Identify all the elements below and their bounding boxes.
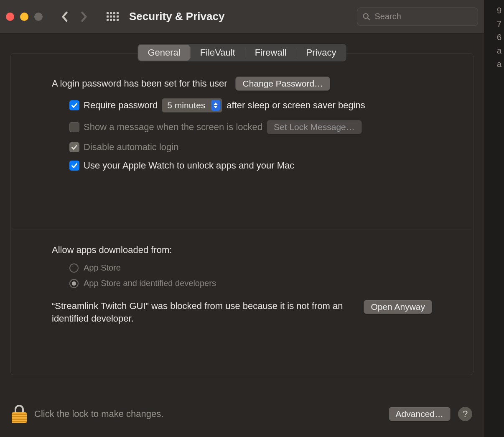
- close-window-button[interactable]: [6, 13, 14, 21]
- disable-auto-login-checkbox: [69, 142, 79, 152]
- divider: [13, 230, 471, 230]
- tab-bar: General FileVault Firewall Privacy: [137, 44, 346, 61]
- nav-arrows: [57, 8, 92, 26]
- require-password-delay-select[interactable]: 5 minutes: [162, 98, 222, 112]
- apple-watch-unlock-label: Use your Apple Watch to unlock apps and …: [84, 160, 294, 171]
- login-password-set-text: A login password has been set for this u…: [52, 78, 227, 89]
- tab-privacy[interactable]: Privacy: [297, 45, 345, 61]
- search-input[interactable]: [375, 12, 473, 21]
- search-icon: [362, 12, 371, 21]
- zoom-window-button: [34, 13, 43, 21]
- background-window-strip: 9 7 6 a a: [484, 0, 504, 437]
- svg-line-1: [367, 18, 369, 20]
- checkmark-icon: [71, 143, 78, 151]
- radio-app-store: [69, 263, 79, 273]
- lock-body-icon: [12, 412, 27, 423]
- tab-firewall[interactable]: Firewall: [246, 45, 296, 61]
- lock-message-label: Show a message when the screen is locked: [84, 122, 262, 133]
- lock-hint-text: Click the lock to make changes.: [34, 409, 163, 419]
- footer: Click the lock to make changes. Advanced…: [0, 391, 484, 437]
- advanced-button[interactable]: Advanced…: [389, 407, 451, 421]
- require-password-delay-value: 5 minutes: [167, 100, 205, 110]
- lock-button[interactable]: [12, 405, 27, 423]
- search-field[interactable]: [357, 8, 478, 26]
- forward-button: [76, 8, 92, 26]
- tab-filevault[interactable]: FileVault: [191, 45, 244, 61]
- help-button[interactable]: ?: [458, 407, 472, 421]
- radio-app-store-label: App Store: [84, 263, 121, 273]
- window-controls: [6, 13, 43, 21]
- checkmark-icon: [71, 162, 78, 169]
- tab-general[interactable]: General: [138, 45, 189, 61]
- content-area: General FileVault Firewall Privacy A log…: [0, 33, 484, 386]
- require-password-checkbox[interactable]: [69, 100, 79, 110]
- blocked-app-text: “Streamlink Twitch GUI” was blocked from…: [52, 300, 351, 325]
- require-password-label: Require password: [84, 100, 158, 111]
- change-password-button[interactable]: Change Password…: [235, 77, 330, 91]
- require-password-suffix: after sleep or screen saver begins: [227, 100, 365, 111]
- show-all-button[interactable]: [104, 8, 121, 25]
- lock-message-checkbox: [69, 122, 79, 132]
- toolbar: Security & Privacy: [0, 0, 484, 33]
- gatekeeper-heading: Allow apps downloaded from:: [52, 245, 172, 256]
- minimize-window-button[interactable]: [20, 13, 28, 21]
- radio-app-store-identified: [69, 279, 79, 288]
- general-panel: A login password has been set for this u…: [10, 53, 473, 375]
- window-title: Security & Privacy: [129, 10, 224, 23]
- back-button[interactable]: [57, 8, 72, 26]
- set-lock-message-button: Set Lock Message…: [267, 120, 362, 134]
- stepper-icon: [211, 100, 220, 111]
- grid-icon: [107, 12, 119, 21]
- checkmark-icon: [71, 102, 78, 109]
- preferences-window: Security & Privacy General FileVault Fir…: [0, 0, 484, 437]
- disable-auto-login-label: Disable automatic login: [84, 142, 178, 153]
- radio-app-store-identified-label: App Store and identified developers: [84, 279, 216, 288]
- apple-watch-unlock-checkbox[interactable]: [69, 161, 79, 171]
- lock-icon: [15, 405, 24, 412]
- open-anyway-button[interactable]: Open Anyway: [364, 300, 432, 314]
